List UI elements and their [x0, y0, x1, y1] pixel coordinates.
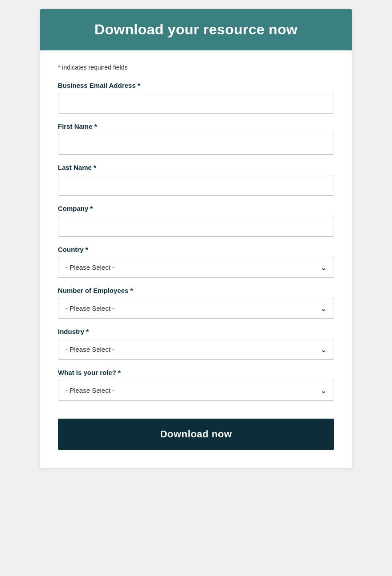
employees-select[interactable]: - Please Select - — [58, 298, 334, 319]
last-name-label: Last Name * — [58, 164, 334, 171]
role-group: What is your role? * - Please Select - ⌄ — [58, 369, 334, 401]
form-header: Download your resource now — [40, 9, 352, 50]
role-label: What is your role? * — [58, 369, 334, 376]
industry-group: Industry * - Please Select - ⌄ — [58, 328, 334, 360]
first-name-group: First Name * — [58, 123, 334, 155]
employees-select-wrapper: - Please Select - ⌄ — [58, 298, 334, 319]
role-select[interactable]: - Please Select - — [58, 380, 334, 401]
download-button[interactable]: Download now — [58, 419, 334, 450]
country-label: Country * — [58, 246, 334, 253]
country-select[interactable]: - Please Select - — [58, 257, 334, 278]
first-name-input[interactable] — [58, 134, 334, 155]
country-group: Country * - Please Select - ⌄ — [58, 246, 334, 278]
employees-label: Number of Employees * — [58, 287, 334, 294]
email-label: Business Email Address * — [58, 82, 334, 89]
first-name-label: First Name * — [58, 123, 334, 130]
country-select-wrapper: - Please Select - ⌄ — [58, 257, 334, 278]
required-note: * indicates required fields — [58, 64, 334, 71]
employees-group: Number of Employees * - Please Select - … — [58, 287, 334, 319]
form-card: Download your resource now * indicates r… — [40, 9, 352, 468]
company-input[interactable] — [58, 216, 334, 237]
role-select-wrapper: - Please Select - ⌄ — [58, 380, 334, 401]
last-name-input[interactable] — [58, 175, 334, 196]
form-title: Download your resource now — [58, 21, 334, 38]
form-body: * indicates required fields Business Ema… — [40, 50, 352, 468]
email-input[interactable] — [58, 93, 334, 114]
industry-label: Industry * — [58, 328, 334, 335]
industry-select-wrapper: - Please Select - ⌄ — [58, 339, 334, 360]
company-group: Company * — [58, 205, 334, 237]
last-name-group: Last Name * — [58, 164, 334, 196]
email-group: Business Email Address * — [58, 82, 334, 114]
company-label: Company * — [58, 205, 334, 212]
industry-select[interactable]: - Please Select - — [58, 339, 334, 360]
